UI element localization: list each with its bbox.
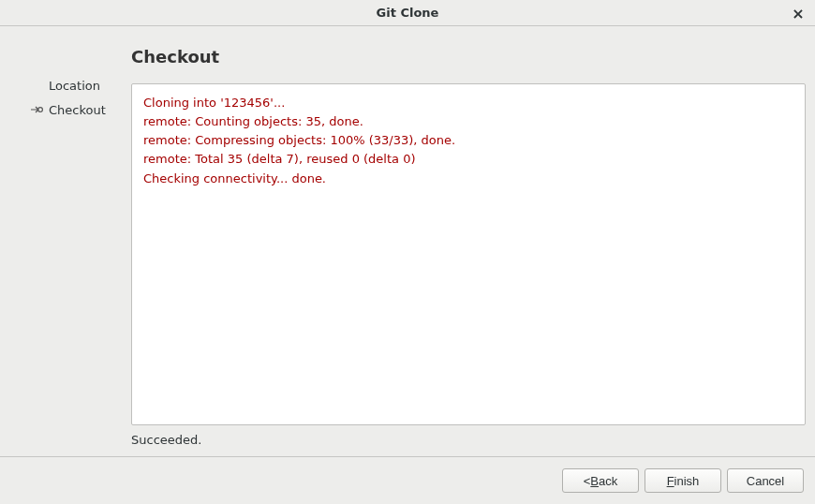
- clone-output[interactable]: Cloning into '123456'... remote: Countin…: [131, 83, 806, 425]
- page-title: Checkout: [131, 47, 806, 67]
- step-arrow-icon: [30, 104, 49, 115]
- finish-mnemonic: F: [667, 474, 674, 488]
- back-button[interactable]: < Back: [562, 468, 639, 493]
- sidebar-item-location[interactable]: Location: [19, 73, 131, 97]
- back-mnemonic: B: [590, 474, 599, 488]
- status-text: Succeeded.: [131, 433, 806, 447]
- main-panel: Checkout Cloning into '123456'... remote…: [131, 45, 806, 447]
- dialog-body: Location Checkout Checkout Cloning into …: [0, 26, 815, 457]
- close-icon[interactable]: ×: [789, 4, 808, 22]
- finish-button[interactable]: Finish: [645, 468, 721, 493]
- back-rest: ack: [599, 474, 617, 488]
- cancel-button[interactable]: Cancel: [727, 468, 804, 493]
- dialog-footer: < Back Finish Cancel: [0, 457, 815, 504]
- sidebar-item-checkout[interactable]: Checkout: [19, 97, 131, 122]
- finish-rest: inish: [674, 474, 700, 488]
- title-bar: Git Clone ×: [0, 0, 815, 26]
- sidebar-item-label: Location: [49, 79, 100, 93]
- window-title: Git Clone: [377, 6, 439, 20]
- back-prefix: <: [584, 474, 591, 488]
- wizard-sidebar: Location Checkout: [9, 45, 131, 447]
- sidebar-item-label: Checkout: [49, 103, 106, 117]
